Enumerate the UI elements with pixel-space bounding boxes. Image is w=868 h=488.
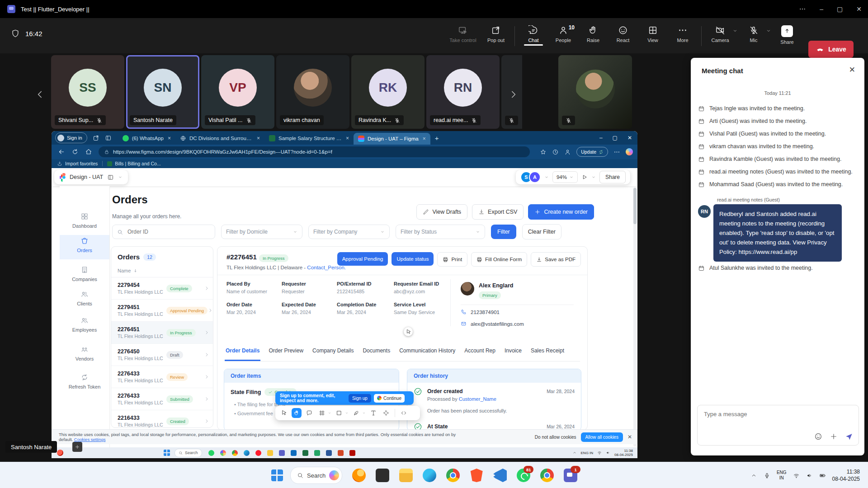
chat-close-icon[interactable]: ✕: [849, 65, 855, 75]
browser-profile-icon[interactable]: [564, 149, 571, 155]
filter-button[interactable]: Filter: [491, 225, 516, 239]
window-close-button[interactable]: ✕: [856, 5, 862, 13]
order-id-input[interactable]: [127, 228, 201, 235]
shared-start-icon[interactable]: [164, 450, 170, 456]
order-list-row[interactable]: 2279454TL Flex Holdings LLCComplete: [111, 277, 213, 300]
taskbar-app-vscode[interactable]: [493, 469, 507, 482]
sidebar-item-orders[interactable]: Orders: [60, 237, 109, 253]
order-id-search[interactable]: [112, 225, 215, 239]
import-favorites-link[interactable]: Import favorites: [65, 161, 98, 166]
volume-icon[interactable]: [806, 472, 813, 479]
tray-overflow-icon[interactable]: [750, 472, 757, 479]
window-maximize-button[interactable]: ▢: [837, 5, 843, 13]
filter-status-dropdown[interactable]: Filter by Status: [396, 225, 485, 239]
order-list-row[interactable]: 2279451TL Flex Holdings LLCApproval Pend…: [111, 300, 213, 322]
share-button[interactable]: Share: [772, 22, 802, 45]
order-list-row[interactable]: 2276450TL Flex Holdings LLCDraft: [111, 344, 213, 366]
photos-icon[interactable]: [220, 450, 226, 456]
file-explorer-icon[interactable]: [267, 450, 273, 456]
figma-share-button[interactable]: Share: [599, 171, 626, 183]
sidebar-item-employees[interactable]: Employees: [60, 316, 109, 333]
collaborators-chevron-icon[interactable]: [544, 175, 549, 179]
order-list-row[interactable]: 2276451TL Flex Holdings LLCIn Progress: [111, 322, 213, 344]
opera-icon[interactable]: [255, 450, 261, 456]
previous-participants-icon[interactable]: [34, 89, 46, 100]
browser-minimize-button[interactable]: –: [599, 135, 603, 141]
more-button[interactable]: More: [668, 22, 698, 43]
present-chevron-icon[interactable]: [591, 175, 596, 179]
tab-order-details[interactable]: Order Details: [225, 347, 260, 361]
export-csv-button[interactable]: Export CSV: [472, 204, 524, 220]
shared-search-box[interactable]: Search: [175, 449, 202, 457]
tab-sales-receipt[interactable]: Sales Receipt: [530, 347, 565, 361]
print-button[interactable]: Print: [437, 252, 467, 267]
people-button[interactable]: People 10: [548, 22, 578, 43]
send-icon[interactable]: [845, 432, 853, 441]
language-indicator[interactable]: ENG IN: [777, 470, 787, 481]
page-scrollbar-thumb[interactable]: [633, 188, 637, 224]
edge-icon[interactable]: [244, 450, 250, 456]
emoji-icon[interactable]: [814, 432, 822, 441]
rep-phone[interactable]: 2123874901: [471, 310, 500, 315]
taskbar-app-edge[interactable]: [423, 469, 436, 482]
excel-icon[interactable]: [302, 450, 308, 456]
filter-domicile-dropdown[interactable]: Filter by Domicile: [221, 225, 302, 239]
present-icon[interactable]: [581, 174, 588, 180]
start-button[interactable]: [271, 469, 283, 481]
pen-chevron-icon[interactable]: [362, 411, 366, 415]
bookmark-link[interactable]: Bills | Billing and Co...: [115, 161, 160, 166]
attach-icon[interactable]: [830, 432, 838, 441]
taskbar-widget-icon[interactable]: [57, 450, 63, 456]
sidebar-item-vendors[interactable]: Vendors: [60, 345, 109, 361]
comment-tool[interactable]: [304, 408, 314, 418]
collaborator-avatar[interactable]: A: [529, 171, 541, 183]
address-field[interactable]: https://www.figma.com/design/9BKQ0FOHRWa…: [99, 146, 530, 157]
participant-tile[interactable]: vikram chavan: [276, 55, 349, 129]
browser-menu-icon[interactable]: [613, 149, 620, 155]
taskbar-clock[interactable]: 11:38 08-04-2025: [832, 468, 860, 483]
rep-email[interactable]: alex@vstatefilings.com: [471, 321, 524, 327]
participant-tile[interactable]: RNread.ai mee...: [426, 55, 500, 129]
taskbar-app-firefox[interactable]: [352, 469, 366, 482]
pop-out-button[interactable]: Pop out: [481, 22, 511, 43]
history-icon[interactable]: [552, 149, 559, 155]
taskbar-app-teams[interactable]: 1: [564, 469, 577, 482]
order-list-row[interactable]: 2276433TL Flex Holdings LLCSubmitted: [111, 388, 213, 410]
tab-close-icon[interactable]: ×: [423, 136, 426, 142]
taskbar-app-chrome[interactable]: [446, 469, 460, 482]
tab-order-preview[interactable]: Order Preview: [268, 347, 304, 361]
fill-online-form-button[interactable]: Fill Online Form: [471, 252, 527, 267]
presenter-pin-button[interactable]: [72, 442, 82, 452]
order-list-row[interactable]: 2276433TL Flex Holdings LLCReview: [111, 366, 213, 388]
page-scrollbar[interactable]: [633, 187, 637, 446]
deny-cookies-button[interactable]: Do not allow cookies: [535, 435, 576, 440]
back-icon[interactable]: [58, 148, 65, 155]
sidebar-item-clients[interactable]: Clients: [60, 290, 109, 306]
frame-chevron-icon[interactable]: [328, 411, 331, 415]
home-icon[interactable]: [85, 148, 92, 155]
text-tool[interactable]: [368, 408, 378, 418]
copilot-icon[interactable]: [626, 148, 633, 155]
acrobat-icon[interactable]: [349, 450, 355, 456]
browser-tab[interactable]: (6) WhatsApp×: [118, 132, 175, 145]
favorite-icon[interactable]: [540, 149, 547, 155]
view-drafts-button[interactable]: View Drafts: [416, 204, 467, 220]
tab-close-icon[interactable]: ×: [346, 135, 349, 141]
save-as-pdf-button[interactable]: Save as PDF: [531, 252, 581, 267]
powerpoint-icon[interactable]: [338, 450, 344, 456]
clear-filter-button[interactable]: Clear Filter: [522, 224, 561, 239]
browser-profile-button[interactable]: Sign in: [55, 132, 87, 143]
sort-by-name[interactable]: Name: [111, 265, 213, 277]
update-browser-button[interactable]: Update: [576, 147, 608, 157]
view-button[interactable]: View: [638, 22, 668, 43]
next-participants-icon[interactable]: [507, 89, 519, 100]
browser-tab[interactable]: Sample Salary Structure with calc×: [264, 132, 354, 145]
shared-tray-chevron-icon[interactable]: [572, 450, 577, 455]
allow-cookies-button[interactable]: Allow all cookies: [581, 432, 623, 442]
react-button[interactable]: React: [608, 22, 638, 43]
layers-panel-icon[interactable]: [107, 174, 114, 181]
taskbar-app-file-explorer[interactable]: [399, 469, 413, 482]
window-minimize-button[interactable]: –: [820, 5, 823, 13]
tab-invoice[interactable]: Invoice: [504, 347, 523, 361]
figma-file-menu[interactable]: Design - UAT: [54, 170, 128, 184]
